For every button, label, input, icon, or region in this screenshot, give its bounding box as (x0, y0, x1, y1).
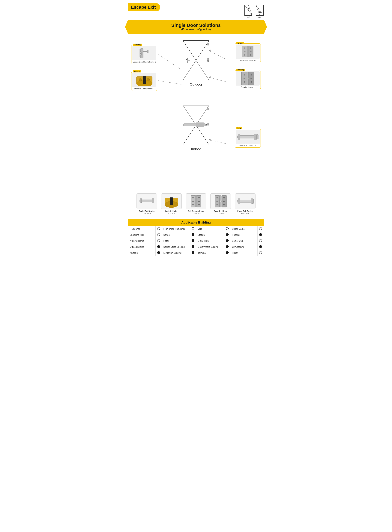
product-4-name: Security Hinge (214, 210, 227, 212)
svg-point-91 (216, 204, 218, 205)
empty-circle (226, 227, 229, 230)
empty-circle (157, 233, 160, 236)
filled-circle (226, 233, 229, 236)
banner: Single Door Solutions (European configur… (125, 20, 267, 34)
outdoor-door-svg (182, 40, 210, 80)
product-1: Panic Exit Device DDPD015 (136, 193, 158, 214)
svg-rect-34 (187, 60, 190, 61)
securing-hinge-tag: Securing (236, 69, 245, 71)
cell-2-7 (257, 238, 264, 244)
product-1-name: Panic Exit Device (139, 210, 154, 212)
filled-circle (191, 239, 194, 242)
cell-1-5 (224, 232, 230, 238)
product-2-name: Lock Cylinder (165, 210, 177, 212)
table-row: Nursing HomeHotel5-star HotelSenior Club (128, 238, 264, 244)
product-4: Security Hinge DDSS014 (210, 193, 232, 214)
panic-exit-device-label: Panic Exit Device x 1 (236, 145, 260, 146)
products-row: Panic Exit Device DDPD015 Lock Cylinder … (128, 193, 264, 214)
svg-line-1 (245, 5, 252, 15)
svg-rect-86 (195, 195, 197, 207)
svg-point-96 (220, 200, 222, 202)
svg-point-83 (198, 197, 200, 198)
operating-tag: Operating (133, 44, 142, 46)
security-hinge-label: Security hinge x 1 (236, 86, 260, 88)
cell-2-4: 5-star Hotel (196, 238, 224, 244)
security-hinge-img (236, 71, 260, 85)
hanging-tag: Hanging (236, 42, 244, 44)
product-ball-hinge-svg (187, 195, 205, 208)
outdoor-label: Outdoor (182, 82, 210, 86)
cell-0-0: Residence (128, 226, 155, 232)
svg-rect-62 (208, 108, 209, 110)
cell-0-5 (224, 226, 230, 232)
cell-0-7 (257, 226, 264, 232)
filled-circle (191, 233, 194, 236)
cylinder-svg (135, 74, 154, 86)
indoor-door-svg (182, 105, 210, 145)
cell-2-3 (190, 238, 196, 244)
filled-circle (191, 245, 194, 248)
product-5-img (235, 193, 256, 209)
pull-item: pull (244, 5, 252, 18)
panic-exit-device-box: Safty Panic Exit Device x 1 (235, 129, 261, 148)
applicable-building-header: Applicable Building (128, 219, 264, 226)
empty-circle (191, 227, 194, 230)
svg-point-94 (224, 204, 225, 205)
table-row: ResidenceHigh-grade ResidenceVliiaSuper … (128, 226, 264, 232)
svg-point-85 (198, 204, 200, 205)
filled-circle (226, 251, 229, 254)
cell-3-2: Senior Office Building (162, 244, 190, 250)
panic-exit-device-img (236, 130, 260, 144)
svg-rect-77 (170, 198, 173, 205)
svg-point-80 (192, 197, 194, 198)
svg-rect-56 (247, 72, 248, 85)
product-5-name: Panic Exit Device (237, 210, 253, 212)
cell-3-0: Office Building (128, 244, 155, 250)
banner-subtitle: (European configuration) (131, 28, 261, 31)
cell-2-0: Nursing Home (128, 238, 155, 244)
cell-4-0: Museum (128, 250, 155, 256)
svg-point-53 (251, 78, 252, 79)
product-3-code: DDSS002-FR (191, 212, 201, 214)
table-row: Office BuildingSenior Office BuildingGov… (128, 244, 264, 250)
security-hinge-svg (239, 71, 257, 85)
table-row: Shopping MallSchoolStationHospital (128, 232, 264, 238)
svg-point-90 (216, 201, 218, 202)
cell-0-2: High-grade Residence (162, 226, 190, 232)
cell-1-3 (190, 232, 196, 238)
filled-circle (191, 251, 194, 254)
ball-bearing-hinge-box: Hanging Ball Bearing Hinge x 2 (235, 43, 261, 62)
svg-rect-72 (152, 198, 154, 203)
cell-3-3 (190, 244, 196, 250)
svg-line-23 (209, 77, 228, 82)
svg-line-22 (209, 51, 228, 60)
cell-3-5 (224, 244, 230, 250)
svg-point-92 (224, 197, 225, 198)
svg-point-84 (198, 201, 200, 202)
applicable-building-table: ResidenceHigh-grade ResidenceVliiaSuper … (128, 226, 264, 256)
svg-rect-13 (139, 49, 140, 57)
cell-3-6: Gymnasium (230, 244, 257, 250)
cylinder-box: Securing Standard Half Cylinder x 1 (131, 72, 157, 91)
cell-0-3 (190, 226, 196, 232)
svg-point-42 (244, 54, 245, 56)
svg-point-44 (250, 51, 251, 52)
svg-rect-98 (238, 199, 240, 204)
svg-rect-63 (208, 123, 209, 125)
filled-circle (226, 239, 229, 242)
svg-point-89 (216, 197, 218, 198)
product-3: Ball Bearing Hinge DDSS002-FR (185, 193, 207, 214)
product-2: Lock Cylinder DDLC010 (160, 193, 182, 214)
product-2-img (161, 193, 182, 209)
table-row: MuseumExhibition BuildingTerminalPrison (128, 250, 264, 256)
securing-tag: Securing (133, 71, 141, 72)
cell-4-7 (257, 250, 264, 256)
svg-point-52 (251, 74, 252, 75)
svg-point-40 (244, 47, 245, 49)
product-3-img (186, 193, 206, 209)
cell-4-6: Prison (230, 250, 257, 256)
ball-bearing-hinge-label: Ball Bearing Hinge x 2 (236, 59, 260, 61)
product-3-name: Ball Bearing Hinge (188, 210, 205, 212)
cell-4-1 (155, 250, 162, 256)
indoor-door-container: Indoor (182, 105, 210, 151)
